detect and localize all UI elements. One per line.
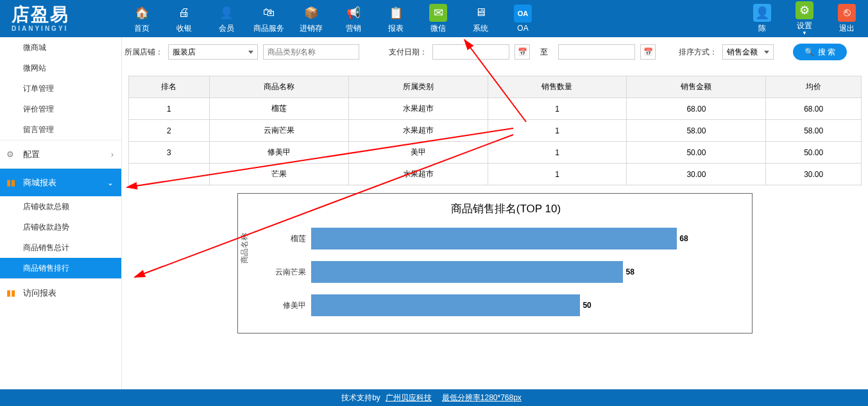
col-name: 商品名称 (209, 76, 348, 98)
goods-icon: 🛍 (260, 4, 278, 22)
sidebar: 微商城 微网站 订单管理 评价管理 留言管理 ⚙ 配置 › ▮▮ 商城报表 ⌄ … (0, 37, 122, 389)
sidebar-group-config[interactable]: ⚙ 配置 › (0, 140, 121, 168)
col-amount: 销售金额 (627, 76, 766, 98)
goods-input[interactable] (263, 44, 359, 60)
chart-bar-row: 云南芒果58 (270, 261, 742, 283)
brand-logo: 店盈易 DIANYINGYI (0, 0, 121, 37)
chart-bar-row: 榴莲68 (270, 228, 742, 250)
chart-title: 商品销售排名(TOP 10) (270, 201, 742, 216)
chart-bar (311, 261, 623, 283)
footer-prefix: 技术支持by (341, 393, 380, 403)
sidebar-item-order[interactable]: 订单管理 (0, 78, 121, 99)
chevron-down-icon: ⌄ (107, 178, 114, 187)
table-row: 芒果水果超市130.0030.00 (129, 164, 862, 185)
megaphone-icon: 📢 (345, 4, 362, 22)
sidebar-item-guestbook[interactable]: 留言管理 (0, 119, 121, 140)
nav-oa[interactable]: OAOA (502, 0, 544, 37)
chart-bar-value: 50 (583, 301, 591, 310)
nav-member[interactable]: 👤会员 (205, 0, 248, 37)
sort-label: 排序方式： (679, 47, 717, 58)
member-icon: 👤 (217, 4, 235, 22)
gear-icon: ⚙ (6, 140, 14, 168)
date-to-input[interactable] (558, 44, 635, 60)
footer: 技术支持by 广州贝应科技 最低分辨率1280*768px (0, 389, 868, 406)
stock-icon: 📦 (302, 4, 320, 22)
cashier-icon: 🖨 (175, 4, 193, 22)
table-row: 3修美甲美甲150.0050.00 (129, 142, 862, 164)
search-button[interactable]: 🔍搜 索 (793, 44, 847, 60)
exit-icon: ⎋ (838, 4, 856, 22)
gear-icon: ⚙ (796, 1, 813, 19)
nav-marketing[interactable]: 📢营销 (332, 0, 375, 37)
chart-bar-row: 修美甲50 (270, 294, 742, 316)
nav-cashier[interactable]: 🖨收银 (163, 0, 205, 37)
col-avg: 均价 (766, 76, 862, 98)
brand-main: 店盈易 (12, 6, 109, 24)
nav-system[interactable]: 🖥系统 (459, 0, 502, 37)
chart-bar (311, 228, 677, 250)
store-select[interactable]: 服装店 (168, 44, 258, 60)
chevron-right-icon: › (111, 150, 114, 159)
sort-select[interactable]: 销售金额 (722, 44, 774, 60)
date-label: 支付日期： (389, 47, 427, 58)
bar-icon: ▮▮ (6, 279, 15, 307)
chart-container: 商品销售排名(TOP 10) 商品名称 榴莲68云南芒果58修美甲50 (237, 193, 753, 334)
nav-settings[interactable]: ⚙设置▼ (783, 0, 826, 37)
nav-goods[interactable]: 🛍商品服务 (248, 0, 290, 37)
calendar-icon[interactable]: 📅 (640, 44, 656, 60)
chart-bar-label: 修美甲 (270, 300, 311, 311)
chart-ylabel: 商品名称 (239, 233, 250, 264)
sidebar-group-mall-report[interactable]: ▮▮ 商城报表 ⌄ (0, 168, 121, 196)
chart-bar-value: 68 (679, 234, 688, 243)
sidebar-item-wsc[interactable]: 微商城 (0, 37, 121, 58)
sidebar-sub-shop-trend[interactable]: 店铺收款趋势 (0, 217, 121, 237)
chart-bar (311, 294, 580, 316)
sidebar-item-wwz[interactable]: 微网站 (0, 58, 121, 78)
brand-sub: DIANYINGYI (12, 25, 109, 32)
footer-resolution[interactable]: 最低分辨率1280*768px (442, 393, 522, 403)
nav-user[interactable]: 👤陈 (741, 0, 783, 37)
col-cat: 所属类别 (348, 76, 488, 98)
sidebar-sub-goods-total[interactable]: 商品销售总计 (0, 237, 121, 258)
table-header-row: 排名 商品名称 所属类别 销售数量 销售金额 均价 (129, 76, 862, 98)
store-label: 所属店铺： (124, 47, 163, 58)
chevron-down-icon (248, 51, 253, 54)
calendar-icon[interactable]: 📅 (515, 44, 530, 60)
sidebar-group-visit-report[interactable]: ▮▮ 访问报表 (0, 278, 121, 307)
bar-icon: ▮▮ (6, 169, 15, 196)
date-from-input[interactable] (432, 44, 509, 60)
col-qty: 销售数量 (488, 76, 627, 98)
home-icon: 🏠 (133, 4, 151, 22)
search-icon: 🔍 (804, 47, 814, 56)
chart-bar-label: 榴莲 (270, 233, 311, 244)
chart-bar-label: 云南芒果 (270, 267, 311, 278)
sidebar-sub-shop-total[interactable]: 店铺收款总额 (0, 196, 121, 217)
oa-icon: OA (514, 4, 532, 22)
to-label: 至 (535, 47, 553, 58)
table-row: 2云南芒果水果超市158.0058.00 (129, 120, 862, 142)
sidebar-sub-goods-rank[interactable]: 商品销售排行 (0, 258, 121, 278)
nav-stock[interactable]: 📦进销存 (290, 0, 332, 37)
report-icon: 📋 (387, 4, 405, 22)
sidebar-item-review[interactable]: 评价管理 (0, 99, 121, 119)
chart-bar-value: 58 (625, 267, 634, 276)
rank-table: 排名 商品名称 所属类别 销售数量 销售金额 均价 1榴莲水果超市168.006… (128, 76, 862, 185)
main-content: 所属店铺： 服装店 支付日期： 📅 至 📅 排序方式： 销售金额 🔍搜 索 排名… (122, 37, 868, 389)
wechat-icon: ✉ (429, 4, 447, 22)
col-rank: 排名 (129, 76, 210, 98)
system-icon: 🖥 (472, 4, 489, 22)
footer-support-link[interactable]: 广州贝应科技 (386, 393, 432, 403)
nav-home[interactable]: 🏠首页 (121, 0, 163, 37)
user-icon: 👤 (753, 4, 771, 22)
nav-report[interactable]: 📋报表 (375, 0, 417, 37)
top-nav: 🏠首页 🖨收银 👤会员 🛍商品服务 📦进销存 📢营销 📋报表 ✉微信 🖥系统 O… (121, 0, 868, 37)
table-row: 1榴莲水果超市168.0068.00 (129, 98, 862, 120)
nav-exit[interactable]: ⎋退出 (826, 0, 868, 37)
nav-wechat[interactable]: ✉微信 (417, 0, 459, 37)
chevron-down-icon (764, 51, 769, 54)
